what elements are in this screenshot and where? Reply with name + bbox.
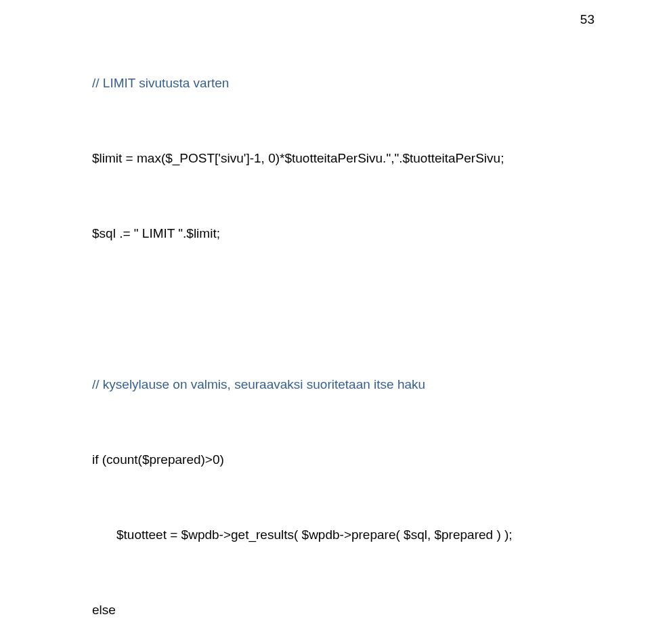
code-block: // LIMIT sivutusta varten $limit = max($… xyxy=(68,20,596,644)
code-line: $tuotteet = $wpdb->get_results( $wpdb->p… xyxy=(116,522,596,547)
blank-line xyxy=(68,297,596,322)
code-line: $limit = max($_POST['sivu']-1, 0)*$tuott… xyxy=(92,146,596,171)
document-page: 53 // LIMIT sivutusta varten $limit = ma… xyxy=(0,0,650,644)
code-comment: // kyselylause on valmis, seuraavaksi su… xyxy=(92,372,596,397)
code-line: else xyxy=(92,597,596,622)
code-line: $sql .= " LIMIT ".$limit; xyxy=(92,221,596,246)
code-comment: // LIMIT sivutusta varten xyxy=(92,70,596,95)
code-line: if (count($prepared)>0) xyxy=(92,447,596,472)
page-number: 53 xyxy=(580,12,594,27)
